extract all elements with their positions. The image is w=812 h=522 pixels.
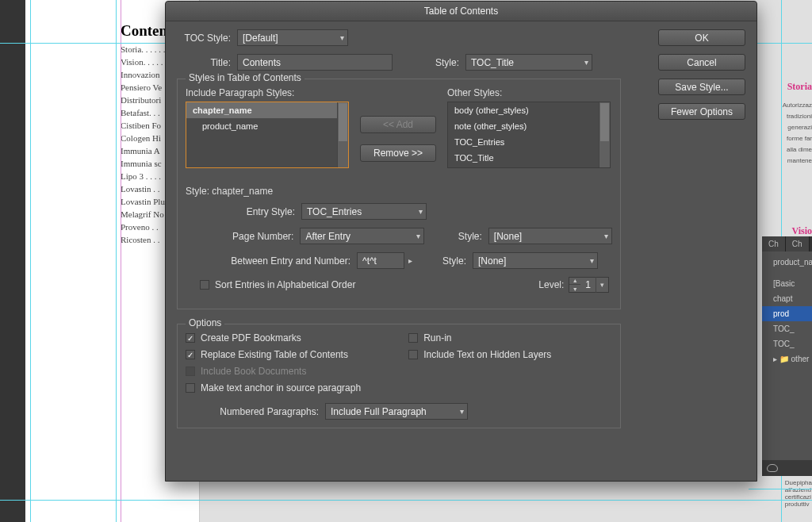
create-pdf-checkbox[interactable]: ✓Create PDF Bookmarks	[186, 332, 361, 344]
level-stepper[interactable]: ▲▼ 1 ▾	[569, 277, 609, 293]
panel-style-item[interactable]: TOC_	[762, 336, 812, 351]
other-styles-label: Other Styles:	[447, 87, 611, 98]
numbered-paragraphs-dropdown[interactable]: Include Full Paragraph	[325, 403, 468, 420]
panel-tab[interactable]: Ch	[762, 236, 786, 251]
panel-style-item[interactable]: chapt	[762, 291, 812, 306]
list-item[interactable]: body (other_styles)	[448, 102, 610, 118]
ok-button[interactable]: OK	[658, 29, 745, 46]
replace-toc-checkbox[interactable]: ✓Replace Existing Table of Contents	[186, 349, 361, 360]
body-text: produttiv	[785, 501, 812, 508]
numbered-paragraphs-label: Numbered Paragraphs:	[186, 406, 319, 417]
include-book-checkbox: Include Book Documents	[186, 366, 361, 377]
options-legend: Options	[186, 317, 224, 328]
section-title: Visio	[791, 225, 812, 237]
body-text: Duepipha	[785, 479, 812, 486]
between-style-dropdown[interactable]: [None]	[473, 252, 598, 269]
other-styles-listbox[interactable]: body (other_styles) note (other_styles) …	[447, 102, 611, 168]
body-text: generazi	[787, 124, 812, 131]
page-number-style-label: Style:	[435, 231, 482, 242]
guide	[116, 0, 117, 522]
guide	[30, 0, 31, 522]
guide	[121, 0, 121, 522]
add-button[interactable]: << Add	[360, 116, 436, 133]
body-text: tradizioni	[787, 113, 812, 120]
panel-tab[interactable]: Ch	[786, 236, 810, 251]
panel-style-item[interactable]: [Basic	[762, 276, 812, 291]
styles-panel: Ch Ch product_na[BasicchaptprodTOC_TOC_▸…	[762, 236, 812, 476]
flyout-arrow-icon[interactable]: ▸	[404, 253, 416, 269]
remove-button[interactable]: Remove >>	[360, 144, 436, 162]
level-label: Level:	[538, 279, 564, 290]
fewer-options-button[interactable]: Fewer Options	[658, 103, 745, 120]
sort-checkbox[interactable]: Sort Entries in Alphabetical Order	[200, 279, 355, 290]
run-in-checkbox[interactable]: Run-in	[408, 332, 551, 344]
between-style-label: Style:	[422, 255, 466, 267]
hidden-layers-checkbox[interactable]: Include Text on Hidden Layers	[408, 349, 551, 360]
save-style-button[interactable]: Save Style...	[658, 79, 745, 95]
cancel-button[interactable]: Cancel	[658, 54, 745, 71]
section-title: Storia	[787, 81, 812, 93]
body-text: alla dime	[787, 146, 812, 153]
list-item[interactable]: note (other_styles)	[448, 118, 610, 134]
header-style-dropdown[interactable]: TOC_Title	[465, 54, 592, 71]
panel-style-item[interactable]: TOC_	[762, 321, 812, 336]
body-text: certificazi	[785, 493, 812, 501]
guide	[749, 489, 812, 489]
panel-style-item[interactable]: prod	[762, 306, 812, 321]
toc-style-dropdown[interactable]: [Default]	[237, 29, 348, 46]
header-style-label: Style:	[404, 57, 459, 68]
style-heading: Style: chapter_name	[186, 186, 612, 197]
page-number-label: Page Number:	[198, 231, 293, 242]
panel-style-item[interactable]: ▸ 📁 other	[762, 351, 812, 367]
list-item[interactable]: chapter_name	[186, 102, 348, 118]
scrollbar[interactable]	[599, 102, 610, 167]
styles-fieldset-legend: Styles in Table of Contents	[186, 72, 304, 83]
include-styles-listbox[interactable]: chapter_name product_name	[186, 102, 349, 168]
panel-footer	[762, 460, 812, 476]
list-item[interactable]: product_name	[186, 118, 348, 134]
page-number-style-dropdown[interactable]: [None]	[488, 228, 612, 244]
toc-style-label: TOC Style:	[177, 33, 231, 44]
list-item[interactable]: TOC_Title	[448, 150, 610, 166]
body-text: Autorizzaz	[783, 102, 812, 109]
between-label: Between Entry and Number:	[214, 255, 350, 267]
dialog-title: Table of Contents	[166, 2, 756, 21]
panel-style-item[interactable]	[762, 270, 812, 276]
title-input[interactable]	[237, 54, 393, 71]
guide	[0, 500, 812, 501]
list-item[interactable]: TOC_Entries	[448, 134, 610, 150]
include-styles-label: Include Paragraph Styles:	[186, 87, 349, 98]
panel-style-item[interactable]: product_na	[762, 255, 812, 270]
scrollbar[interactable]	[337, 102, 348, 167]
entry-style-dropdown[interactable]: TOC_Entries	[301, 203, 427, 220]
pasteboard-left	[0, 0, 25, 522]
body-text: mantene	[787, 157, 812, 164]
body-text: forme far	[787, 135, 812, 142]
toc-dialog: Table of Contents OK Cancel Save Style..…	[165, 1, 757, 482]
checkbox-icon	[200, 280, 209, 290]
between-input[interactable]	[357, 252, 404, 269]
title-label: Title:	[177, 57, 231, 68]
cloud-icon[interactable]	[767, 464, 778, 472]
anchor-checkbox[interactable]: Make text anchor in source paragraph	[186, 382, 361, 393]
body-text: all'aziend	[785, 486, 812, 493]
page-number-dropdown[interactable]: After Entry	[300, 228, 423, 244]
entry-style-label: Entry Style:	[198, 206, 295, 217]
